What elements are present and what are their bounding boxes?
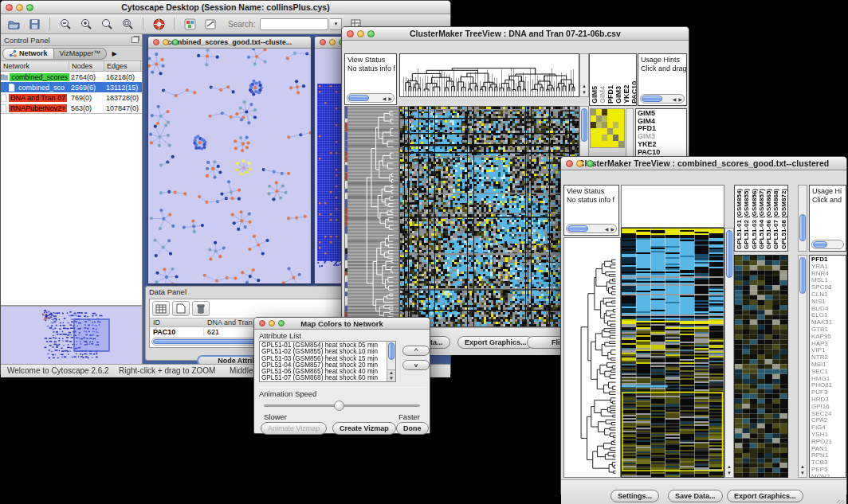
document-icon <box>1 94 7 102</box>
help-icon[interactable] <box>149 16 168 33</box>
zoom-button[interactable] <box>26 4 33 11</box>
close-button[interactable] <box>566 160 573 167</box>
heatmap-vscrollbar[interactable]: ▲▼ <box>724 228 734 478</box>
close-button[interactable] <box>259 320 265 326</box>
move-down-button[interactable]: v <box>402 360 430 370</box>
cytoscape-titlebar[interactable]: Cytoscape Desktop (Session Name: collins… <box>1 1 450 14</box>
column-scrollbar[interactable]: ▲▼ <box>579 53 589 97</box>
annotation-icon[interactable] <box>201 16 220 33</box>
data-col-id[interactable]: ID <box>150 318 204 326</box>
control-panel-title: Control Panel <box>4 36 50 45</box>
col-header-nodes[interactable]: Nodes <box>69 61 104 71</box>
column-dendrogram[interactable] <box>399 53 579 97</box>
heatmap-zoom-view[interactable] <box>590 108 625 148</box>
heatmap-zoom-view[interactable] <box>734 255 788 478</box>
close-button[interactable] <box>153 39 159 45</box>
zoom-in-button[interactable] <box>77 16 96 33</box>
delete-attribute-button[interactable] <box>192 301 210 316</box>
table-row-selected[interactable]: combined_sco 2569(6) 13112(15) <box>1 82 142 92</box>
open-file-button[interactable] <box>4 16 23 33</box>
close-button[interactable] <box>6 4 13 11</box>
create-vizmap-button[interactable]: Create Vizmap <box>332 422 396 435</box>
view-status-scrollbar[interactable]: ◀▶ <box>566 224 617 233</box>
tab-network[interactable]: Network <box>2 48 54 60</box>
tab-overflow-arrow[interactable]: ▶ <box>112 50 116 57</box>
select-attributes-button[interactable] <box>152 301 170 316</box>
view-status-scrollbar[interactable]: ◀▶ <box>347 93 395 103</box>
animate-vizmap-button[interactable]: Animate Vizmap <box>261 422 327 435</box>
column-label[interactable]: GPL51-02 (GSM855) <box>743 187 750 249</box>
close-button[interactable] <box>347 30 354 37</box>
network-window-titlebar[interactable]: combined_scores_good.txt--cluste... <box>148 37 311 49</box>
row-label[interactable]: PAC10 <box>638 149 685 157</box>
minimize-button[interactable] <box>357 30 364 37</box>
heatmap-main[interactable] <box>399 106 579 327</box>
column-labels-scrollbar[interactable] <box>798 185 807 252</box>
column-label[interactable]: GPL51-03 (GSM856) <box>751 187 758 249</box>
table-row[interactable]: RNAPuberNov2+ 563(0) 107847(0) <box>1 103 142 113</box>
zoom-button[interactable] <box>587 160 594 167</box>
slower-label: Slower <box>264 412 287 421</box>
column-label[interactable]: GPL51-04 (GSM857) <box>758 187 765 249</box>
column-label[interactable]: GPL51-07 (GSM868) <box>772 187 779 249</box>
export-graphics-button[interactable]: Export Graphics... <box>457 336 534 349</box>
search-input[interactable] <box>260 18 328 30</box>
zoom-fit-button[interactable] <box>118 16 137 33</box>
row-dendrogram[interactable] <box>344 106 399 327</box>
network-canvas[interactable] <box>148 49 311 283</box>
column-label[interactable]: PFD1 <box>607 56 614 104</box>
window-title: Cytoscape Desktop (Session Name: collins… <box>1 2 450 12</box>
minimize-button[interactable] <box>163 39 169 45</box>
export-graphics-button[interactable]: Export Graphics... <box>727 490 803 502</box>
birdseye-view[interactable] <box>1 305 142 364</box>
gene-list-scrollbar[interactable]: ▲▼ <box>798 255 807 478</box>
gene-label[interactable]: MON2 <box>811 474 844 478</box>
treeview2-titlebar[interactable]: ClusterMaker TreeView : combined_scores_… <box>561 157 846 170</box>
usage-hints-scrollbar[interactable] <box>811 240 844 249</box>
usage-hints-scrollbar[interactable]: ◀▶ <box>640 94 685 104</box>
column-label[interactable]: GPL51-01 (GSM854) <box>736 187 743 249</box>
faster-label: Faster <box>398 412 420 421</box>
table-row[interactable]: combined_scores 2764(0) 16218(0) <box>1 72 142 82</box>
tab-vizmapper[interactable]: VizMapper™ <box>54 48 108 60</box>
column-label[interactable]: GIM4 <box>599 56 607 104</box>
minimize-button[interactable] <box>576 160 583 167</box>
column-label[interactable]: PAC10 <box>630 56 637 104</box>
row-dendrogram[interactable] <box>563 237 621 478</box>
done-button[interactable]: Done <box>396 422 429 435</box>
attribute-item[interactable]: GPL51-07 (GSM868) heat shock 60 min <box>261 375 386 381</box>
vizmapper-icon[interactable] <box>180 16 199 33</box>
list-scrollbar[interactable]: ▲▼ <box>387 342 395 381</box>
table-row[interactable]: DNA and Tran 07 769(0) 183728(0) <box>1 92 142 103</box>
zoom-button[interactable] <box>367 30 375 37</box>
map-colors-dialog: Map Colors to Network Attribute List GPL… <box>253 317 430 434</box>
zoom-button[interactable] <box>278 320 285 326</box>
column-label[interactable]: GIM5 <box>591 56 599 104</box>
new-attribute-button[interactable] <box>172 301 190 316</box>
network-tree-empty-area <box>1 113 142 305</box>
save-button[interactable] <box>25 16 44 33</box>
slider-thumb[interactable] <box>334 400 344 411</box>
column-dendrogram-area[interactable] <box>621 185 724 228</box>
resize-grip[interactable] <box>837 500 845 504</box>
settings-button[interactable]: Settings... <box>610 490 659 502</box>
minimize-button[interactable] <box>329 39 336 45</box>
column-label[interactable]: GPL51-08 (GSM872) <box>780 187 787 249</box>
zoom-out-button[interactable] <box>56 16 75 33</box>
column-label[interactable]: GIM3 <box>614 56 622 104</box>
search-dropdown-arrow[interactable]: ▼ <box>330 18 342 30</box>
minimize-button[interactable] <box>269 320 275 326</box>
dialog-titlebar[interactable]: Map Colors to Network <box>254 318 430 330</box>
close-button[interactable] <box>320 39 326 45</box>
zoom-button[interactable] <box>172 39 179 45</box>
save-data-button[interactable]: Save Data... <box>668 490 723 502</box>
col-header-edges[interactable]: Edges <box>104 61 141 71</box>
treeview1-titlebar[interactable]: ClusterMaker TreeView : DNA and Tran 07-… <box>342 27 689 41</box>
heatmap-main[interactable] <box>621 228 724 478</box>
zoom-selected-button[interactable] <box>97 16 116 33</box>
column-label[interactable]: YKE2 <box>622 56 630 104</box>
minimize-button[interactable] <box>16 4 23 11</box>
col-header-network[interactable]: Network <box>1 61 69 71</box>
move-up-button[interactable]: ^ <box>402 346 430 356</box>
float-panel-icon[interactable] <box>132 37 139 43</box>
